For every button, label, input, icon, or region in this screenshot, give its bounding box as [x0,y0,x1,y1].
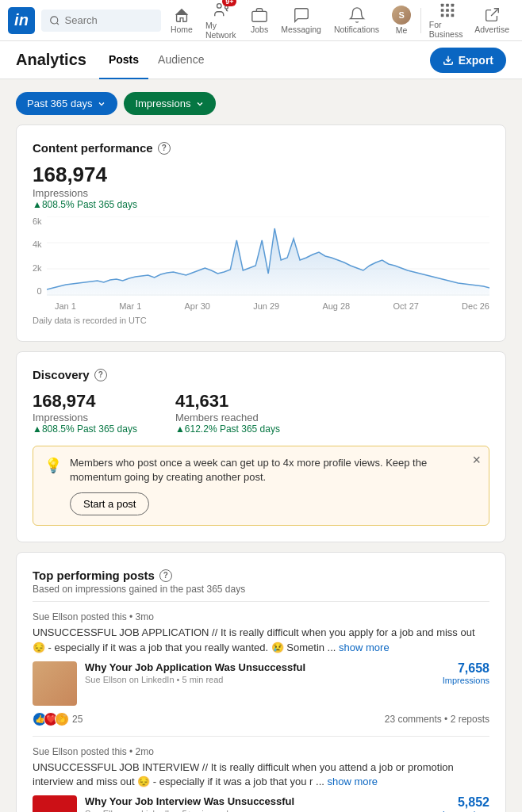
discovery-card: Discovery ? 168,974 Impressions ▲808.5% … [16,351,506,542]
discovery-impressions-value: 168,974 [33,391,137,412]
nav-notifications-label: Notifications [334,25,379,34]
notifications-icon [348,6,366,24]
grid-icon [439,2,456,19]
post-2-text: UNSUCCESSFUL JOB INTERVIEW // It is real… [33,760,489,789]
avatar: S [392,6,411,25]
main-nav: Home 9+ My Network Jobs Messaging Notifi… [164,0,514,43]
top-posts-card: Top performing posts ? Based on impressi… [16,552,506,812]
post-2-meta: Sue Ellson on LinkedIn • 5+ min read [85,809,436,812]
post-1-author: Sue Ellson posted this • 3mo [33,611,489,622]
sub-nav: Analytics Posts Audience Export [0,41,522,79]
network-badge: 9+ [222,0,236,6]
nav-home[interactable]: Home [164,3,199,37]
post-1-meta: Sue Ellson on LinkedIn • 5 min read [85,675,436,684]
tab-audience[interactable]: Audience [148,41,213,79]
export-button[interactable]: Export [430,48,506,73]
svg-rect-10 [451,9,454,12]
tip-close-button[interactable]: × [472,453,481,467]
post-1-reactions: 👍 ❤️ 👏 25 [33,712,83,726]
nav-network-label: My Network [205,21,238,40]
nav-notifications[interactable]: Notifications [328,3,386,37]
header: in Home 9+ My Network Jobs Messaging [0,0,522,41]
info-icon[interactable]: ? [158,142,171,155]
search-box[interactable] [41,10,161,32]
tip-icon: 💡 [44,457,62,474]
export-icon [443,55,454,66]
home-icon [173,6,190,24]
post-1-comments: 23 comments • 2 reposts [385,714,489,725]
linkedin-logo[interactable]: in [8,7,35,34]
discovery-members-value: 41,631 [175,391,280,412]
post-1-text: UNSUCCESSFUL JOB APPLICATION // It is re… [33,626,489,654]
filter-row: Past 365 days Impressions [16,92,506,115]
post-2-title[interactable]: Why Your Job Interview Was Unsuccessful [85,795,436,807]
top-posts-info-icon[interactable]: ? [159,569,172,582]
nav-for-business[interactable]: For Business [424,0,470,42]
messaging-icon [293,6,310,24]
search-input[interactable] [65,14,153,26]
advertise-icon [483,6,501,24]
nav-jobs[interactable]: Jobs [244,3,274,37]
nav-for-business-label: For Business [429,20,465,39]
impressions-label: Impressions [33,187,489,199]
post-1-impressions: 7,658 Impressions [443,661,489,685]
post-item-1: Sue Ellson posted this • 3mo UNSUCCESSFU… [33,601,489,735]
impressions-change: ▲808.5% Past 365 days [33,199,489,210]
nav-network[interactable]: 9+ My Network [199,0,244,43]
nav-messaging[interactable]: Messaging [274,3,328,37]
svg-rect-5 [440,4,443,7]
date-filter[interactable]: Past 365 days [16,92,117,115]
post-1-title[interactable]: Why Your Job Application Was Unsuccessfu… [85,661,436,673]
svg-rect-7 [451,4,454,7]
discovery-info-icon[interactable]: ? [94,369,107,381]
tip-text: Members who post once a week can get up … [70,456,462,485]
svg-rect-11 [440,14,443,17]
page-title: Analytics [16,51,86,69]
nav-advertise[interactable]: Advertise [470,3,514,37]
metric-filter[interactable]: Impressions [124,92,216,115]
post-2-author: Sue Ellson posted this • 2mo [33,746,489,757]
discovery-title: Discovery ? [33,368,489,381]
svg-line-1 [56,22,58,24]
post-1-preview: Why Your Job Application Was Unsuccessfu… [33,661,489,706]
post-1-show-more[interactable]: show more [339,642,390,653]
discovery-members-label: Members reached [175,412,280,423]
content-performance-title: Content performance ? [33,141,489,155]
svg-rect-13 [451,14,454,17]
chart-svg [47,216,489,296]
chevron-down-icon2 [195,99,205,109]
performance-chart: 6k 4k 2k 0 [33,216,489,311]
svg-rect-12 [446,14,449,17]
nav-home-label: Home [171,25,193,34]
post-1-reactions-count: 25 [72,714,83,725]
top-posts-subtitle: Based on impressions gained in the past … [33,584,489,595]
svg-rect-8 [440,9,443,12]
search-icon [49,14,60,27]
start-post-button[interactable]: Start a post [70,492,149,515]
svg-point-2 [217,4,222,9]
svg-rect-9 [446,9,449,12]
chart-note: Daily data is recorded in UTC [33,316,489,325]
post-1-meta-row: 👍 ❤️ 👏 25 23 comments • 2 reposts [33,712,489,726]
tip-box: 💡 Members who post once a week can get u… [33,446,489,526]
post-2-preview: REJECTED Why Your Job Interview Was Unsu… [33,795,489,812]
nav-messaging-label: Messaging [281,25,321,34]
main-content: Past 365 days Impressions Content perfor… [0,79,522,812]
nav-jobs-label: Jobs [251,25,268,34]
svg-point-0 [51,16,58,23]
svg-rect-4 [252,11,267,21]
discovery-members: 41,631 Members reached ▲612.2% Past 365 … [175,391,280,435]
post-2-show-more[interactable]: show more [328,776,378,787]
post-item-2: Sue Ellson posted this • 2mo UNSUCCESSFU… [33,736,489,812]
content-performance-card: Content performance ? 168,974 Impression… [16,124,506,342]
nav-me[interactable]: S Me [386,2,417,38]
discovery-impressions-label: Impressions [33,412,137,423]
nav-network-icon-wrap: 9+ [213,1,230,20]
svg-rect-6 [446,4,449,7]
discovery-metrics: 168,974 Impressions ▲808.5% Past 365 day… [33,391,489,435]
nav-me-label: Me [396,25,408,35]
post-2-thumb: REJECTED [33,795,77,812]
discovery-impressions: 168,974 Impressions ▲808.5% Past 365 day… [33,391,137,435]
post-1-thumb [33,661,77,706]
tab-posts[interactable]: Posts [99,41,148,79]
